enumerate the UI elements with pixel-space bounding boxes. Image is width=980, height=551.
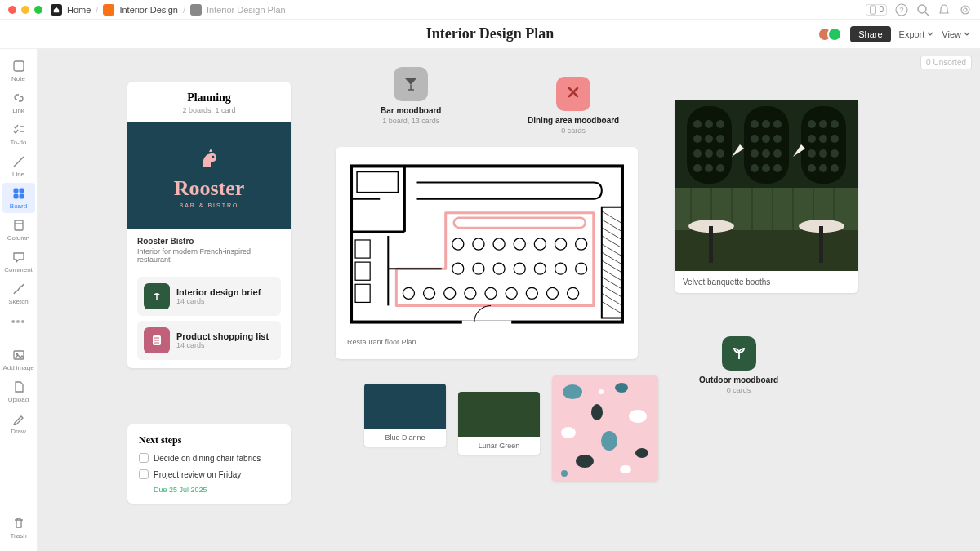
planning-title: Planning — [127, 91, 291, 104]
tool-link[interactable]: Link — [2, 87, 35, 118]
inbox-badge[interactable]: 0 — [866, 4, 887, 16]
svg-point-103 — [773, 120, 782, 128]
svg-point-61 — [576, 263, 587, 274]
bell-icon[interactable] — [938, 3, 951, 16]
color-label: Blue Dianne — [364, 429, 446, 447]
svg-point-121 — [831, 149, 839, 158]
tool-label: Line — [12, 171, 24, 178]
tool-upload[interactable]: Upload — [2, 376, 35, 407]
maximize-window-icon[interactable] — [34, 6, 42, 14]
tool-addimage[interactable]: Add image — [2, 344, 35, 375]
banquette-photo-card[interactable]: Velvet banquette booths — [675, 100, 858, 293]
rooster-title: Rooster Bistro — [137, 237, 281, 246]
svg-point-62 — [403, 287, 414, 299]
link-icon — [11, 91, 26, 105]
outdoor-moodboard[interactable]: Outdoor moodboard 0 cards — [699, 336, 778, 394]
svg-point-67 — [506, 287, 517, 299]
collaborator-avatars[interactable] — [822, 27, 842, 42]
next-steps-card[interactable]: Next steps Decide on dining chair fabric… — [127, 424, 291, 504]
svg-point-48 — [452, 238, 464, 250]
checkbox[interactable] — [139, 469, 149, 479]
home-icon[interactable] — [51, 4, 62, 16]
todo-label: Project review on Friday — [154, 470, 241, 479]
tool-column[interactable]: Column — [2, 215, 35, 245]
line-icon — [11, 154, 26, 169]
gear-icon[interactable] — [959, 3, 972, 16]
tool-label: Comment — [4, 266, 33, 273]
tool-board[interactable]: Board — [2, 183, 35, 213]
svg-line-44 — [602, 285, 622, 297]
toolbar: Note Link To-do Line Board Column Commen… — [0, 49, 38, 551]
window-controls[interactable] — [8, 6, 42, 14]
tool-sketch[interactable]: Sketch — [2, 278, 35, 309]
breadcrumb-home[interactable]: Home — [67, 5, 91, 15]
brand-logo-card[interactable]: Rooster BAR & BISTRO — [127, 122, 291, 229]
checklist-icon — [11, 122, 26, 137]
planning-card[interactable]: Planning 2 boards, 1 card Rooster BAR & … — [127, 82, 291, 368]
tool-trash[interactable]: Trash — [2, 513, 35, 543]
svg-rect-31 — [355, 240, 370, 258]
tool-label: Column — [7, 234, 30, 242]
svg-point-56 — [473, 263, 484, 274]
svg-point-81 — [576, 455, 594, 468]
svg-rect-0 — [871, 5, 876, 13]
svg-line-39 — [602, 244, 622, 256]
swatch-blue[interactable]: Blue Dianne — [364, 384, 446, 447]
share-button[interactable]: Share — [850, 26, 890, 42]
svg-point-78 — [561, 427, 576, 438]
svg-point-118 — [831, 135, 839, 143]
tool-more[interactable]: ••• — [11, 310, 26, 333]
topbar: Home / Interior Design / Interior Design… — [0, 0, 980, 20]
column-icon — [11, 218, 26, 233]
brief-card[interactable]: Interior design brief 14 cards — [137, 277, 281, 316]
canvas[interactable]: 0 Unsorted Planning 2 boards, 1 card R — [38, 49, 980, 551]
breadcrumb: Home / Interior Design / Interior Design… — [51, 4, 286, 16]
svg-point-82 — [620, 465, 631, 473]
svg-point-49 — [473, 238, 484, 250]
close-window-icon[interactable] — [8, 6, 16, 14]
todo-item[interactable]: Decide on dining chair fabrics — [139, 453, 279, 463]
unsorted-pill[interactable]: 0 Unsorted — [920, 56, 972, 69]
note-icon — [11, 59, 26, 73]
help-icon[interactable]: ? — [895, 3, 908, 16]
terrazzo-sample[interactable] — [552, 375, 658, 482]
tool-label: Board — [10, 202, 27, 210]
shopping-card[interactable]: Product shopping list 14 cards — [137, 321, 281, 360]
svg-point-50 — [493, 238, 505, 250]
tool-draw[interactable]: Draw — [2, 408, 35, 438]
tool-note[interactable]: Note — [2, 56, 35, 86]
export-label: Export — [899, 29, 925, 39]
svg-line-46 — [602, 301, 622, 313]
svg-point-80 — [635, 448, 648, 458]
dining-moodboard[interactable]: Dining area moodboard 0 cards — [528, 77, 619, 135]
svg-rect-32 — [355, 262, 370, 280]
todo-label: Decide on dining chair fabrics — [154, 454, 261, 463]
floorplan-card[interactable]: Restaurant floor Plan — [336, 147, 638, 359]
swatch-green[interactable]: Lunar Green — [458, 392, 540, 455]
svg-point-57 — [493, 263, 505, 274]
minimize-window-icon[interactable] — [21, 6, 29, 14]
folder-icon[interactable] — [103, 4, 114, 16]
brand-sub: BAR & BISTRO — [179, 202, 238, 208]
checkbox[interactable] — [139, 453, 149, 463]
search-icon[interactable] — [916, 3, 929, 16]
tool-comment[interactable]: Comment — [2, 247, 35, 277]
svg-point-108 — [762, 149, 770, 158]
svg-point-106 — [773, 135, 782, 143]
svg-point-112 — [773, 164, 782, 172]
todo-item[interactable]: Project review on Friday — [139, 469, 279, 479]
svg-point-91 — [716, 120, 724, 128]
tool-todo[interactable]: To-do — [2, 119, 35, 149]
view-menu[interactable]: View — [942, 29, 970, 39]
breadcrumb-folder[interactable]: Interior Design — [119, 5, 178, 15]
svg-point-83 — [599, 389, 604, 394]
svg-rect-25 — [351, 166, 622, 322]
bar-moodboard[interactable]: Bar moodboard 1 board, 13 cards — [381, 67, 441, 125]
terrazzo-pattern — [552, 375, 658, 482]
svg-point-124 — [831, 164, 839, 172]
tool-line[interactable]: Line — [2, 151, 35, 181]
svg-point-70 — [568, 287, 579, 299]
export-menu[interactable]: Export — [899, 29, 934, 39]
svg-point-97 — [716, 149, 724, 158]
avatar[interactable] — [827, 27, 842, 42]
